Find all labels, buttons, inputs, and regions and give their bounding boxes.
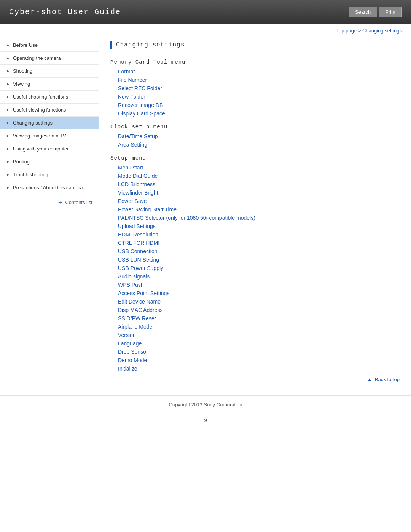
sidebar-item-label: Before Use [13, 42, 38, 48]
main-layout: ► Before Use ► Operating the camera ► Sh… [0, 35, 411, 391]
back-to-top-label: Back to top [375, 377, 400, 382]
link-demo-mode[interactable]: Demo Mode [110, 356, 400, 364]
header-buttons: Search Print [349, 7, 402, 17]
sidebar-item-label: Printing [13, 159, 30, 165]
sidebar-item-viewing[interactable]: ► Viewing [0, 78, 99, 91]
link-power-saving-start-time[interactable]: Power Saving Start Time [110, 205, 400, 214]
sidebar-item-label: Precautions / About this camera [13, 185, 83, 190]
page-number: 9 [0, 414, 411, 427]
sidebar-item-label: Useful shooting functions [13, 94, 68, 100]
heading-bar-icon [110, 41, 112, 49]
link-edit-device-name[interactable]: Edit Device Name [110, 297, 400, 306]
arrow-icon: ► [6, 56, 10, 60]
arrow-icon: ► [6, 121, 10, 125]
section-title-clock-setup: Clock setup menu [110, 124, 400, 130]
sidebar-item-useful-shooting[interactable]: ► Useful shooting functions [0, 91, 99, 104]
link-power-save[interactable]: Power Save [110, 197, 400, 205]
sidebar-item-using-computer[interactable]: ► Using with your computer [0, 142, 99, 155]
section-title-setup-menu: Setup menu [110, 155, 400, 161]
sidebar-item-operating-camera[interactable]: ► Operating the camera [0, 52, 99, 65]
link-usb-lun-setting[interactable]: USB LUN Setting [110, 256, 400, 264]
sidebar-item-label: Useful viewing functions [13, 107, 66, 113]
sidebar-item-label: Shooting [13, 68, 32, 74]
sidebar: ► Before Use ► Operating the camera ► Sh… [0, 35, 99, 391]
back-to-top-link[interactable]: ▲ Back to top [367, 377, 400, 382]
sidebar-item-viewing-tv[interactable]: ► Viewing images on a TV [0, 129, 99, 142]
link-wps-push[interactable]: WPS Push [110, 281, 400, 289]
sidebar-item-useful-viewing[interactable]: ► Useful viewing functions [0, 104, 99, 117]
arrow-icon: ► [6, 82, 10, 86]
sidebar-item-label: Operating the camera [13, 55, 61, 61]
link-version[interactable]: Version [110, 331, 400, 339]
section-clock-setup: Clock setup menu Date/Time Setup Area Se… [110, 124, 400, 149]
arrow-icon: ► [6, 147, 10, 151]
breadcrumb: Top page > Changing settings [0, 24, 411, 35]
section-setup-menu: Setup menu Menu start Mode Dial Guide LC… [110, 155, 400, 373]
arrow-icon: ► [6, 69, 10, 73]
link-area-setting[interactable]: Area Setting [110, 141, 400, 149]
arrow-icon: ► [6, 185, 10, 190]
link-usb-power-supply[interactable]: USB Power Supply [110, 264, 400, 272]
arrow-icon: ► [6, 160, 10, 164]
sidebar-item-changing-settings[interactable]: ► Changing settings [0, 117, 99, 129]
sidebar-item-shooting[interactable]: ► Shooting [0, 65, 99, 78]
link-language[interactable]: Language [110, 339, 400, 348]
arrow-icon: ► [6, 95, 10, 99]
arrow-icon: ► [6, 134, 10, 138]
link-access-point-settings[interactable]: Access Point Settings [110, 289, 400, 297]
copyright-text: Copyright 2013 Sony Corporation [169, 402, 242, 407]
content-area: Changing settings Memory Card Tool menu … [99, 35, 411, 391]
link-drop-sensor[interactable]: Drop Sensor [110, 348, 400, 356]
sidebar-contents: ➔ Contents list [0, 194, 99, 208]
breadcrumb-sep: > [357, 28, 362, 34]
sidebar-item-before-use[interactable]: ► Before Use [0, 39, 99, 52]
link-viewfinder-bright[interactable]: Viewfinder Bright. [110, 189, 400, 197]
link-disp-mac-address[interactable]: Disp MAC Address [110, 306, 400, 314]
contents-list-link[interactable]: Contents list [65, 200, 92, 205]
link-airplane-mode[interactable]: Airplane Mode [110, 323, 400, 331]
arrow-icon: ► [6, 108, 10, 112]
page-heading-container: Changing settings [110, 41, 400, 53]
sidebar-item-label: Troubleshooting [13, 172, 48, 177]
section-title-memory-card: Memory Card Tool menu [110, 59, 400, 65]
link-file-number[interactable]: File Number [110, 76, 400, 84]
section-memory-card-tool: Memory Card Tool menu Format File Number… [110, 59, 400, 118]
header: Cyber-shot User Guide Search Print [0, 0, 411, 24]
link-select-rec-folder[interactable]: Select REC Folder [110, 84, 400, 93]
link-upload-settings[interactable]: Upload Settings [110, 222, 400, 230]
contents-arrow-icon: ➔ [58, 200, 62, 205]
sidebar-item-printing[interactable]: ► Printing [0, 155, 99, 168]
link-initialize[interactable]: Initialize [110, 364, 400, 373]
link-format[interactable]: Format [110, 67, 400, 76]
link-audio-signals[interactable]: Audio signals [110, 272, 400, 281]
footer: Copyright 2013 Sony Corporation [0, 395, 411, 414]
back-to-top: ▲ Back to top [110, 373, 400, 384]
link-date-time-setup[interactable]: Date/Time Setup [110, 132, 400, 141]
link-menu-start[interactable]: Menu start [110, 163, 400, 172]
arrow-icon: ► [6, 43, 10, 47]
triangle-icon: ▲ [367, 377, 372, 382]
link-mode-dial-guide[interactable]: Mode Dial Guide [110, 172, 400, 180]
link-lcd-brightness[interactable]: LCD Brightness [110, 180, 400, 189]
link-usb-connection[interactable]: USB Connection [110, 247, 400, 256]
page-heading: Changing settings [116, 42, 185, 48]
sidebar-item-label: Viewing images on a TV [13, 133, 66, 139]
link-hdmi-resolution[interactable]: HDMI Resolution [110, 230, 400, 239]
link-new-folder[interactable]: New Folder [110, 93, 400, 101]
link-ssid-pw-reset[interactable]: SSID/PW Reset [110, 314, 400, 323]
arrow-icon: ► [6, 173, 10, 177]
sidebar-item-label: Changing settings [13, 120, 53, 126]
search-button[interactable]: Search [349, 7, 377, 17]
breadcrumb-top-link[interactable]: Top page [336, 28, 357, 34]
breadcrumb-current[interactable]: Changing settings [362, 28, 402, 34]
header-title: Cyber-shot User Guide [9, 8, 121, 16]
print-button[interactable]: Print [379, 7, 402, 17]
link-display-card-space[interactable]: Display Card Space [110, 109, 400, 118]
link-pal-ntsc-selector[interactable]: PAL/NTSC Selector (only for 1080 50i-com… [110, 214, 400, 222]
link-ctrl-for-hdmi[interactable]: CTRL FOR HDMI [110, 239, 400, 247]
link-recover-image-db[interactable]: Recover Image DB [110, 101, 400, 109]
sidebar-item-label: Using with your computer [13, 146, 69, 152]
sidebar-item-precautions[interactable]: ► Precautions / About this camera [0, 181, 99, 194]
sidebar-item-troubleshooting[interactable]: ► Troubleshooting [0, 168, 99, 181]
sidebar-item-label: Viewing [13, 81, 30, 87]
